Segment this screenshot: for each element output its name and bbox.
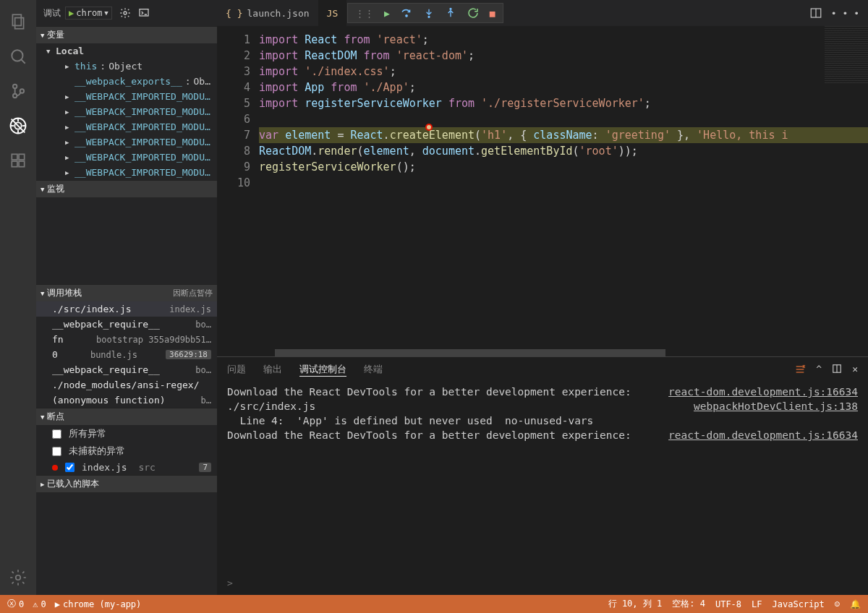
watch-label: 监视 [47, 183, 64, 195]
horizontal-scrollbar[interactable] [217, 349, 868, 356]
debug-icon[interactable] [1, 108, 35, 143]
debug-config-name: chrom [76, 8, 102, 18]
panel-tab-problems[interactable]: 问题 [227, 363, 246, 376]
more-icon[interactable]: • • • [831, 8, 859, 19]
extensions-icon[interactable] [1, 143, 35, 178]
close-panel-icon[interactable]: ✕ [852, 364, 858, 375]
status-debug-target[interactable]: ▶ chrome (my-app) [55, 599, 142, 609]
variables-list: ▼Local ▶this: Object __webpack_exports__… [36, 43, 217, 180]
editor-tabs: { }launch.json JS • • • ⋮⋮ ▶ ■ [217, 0, 868, 26]
var-row[interactable]: ▶this: Object [36, 59, 217, 74]
console-source-link[interactable]: react-dom.development.js:16634 [668, 385, 858, 399]
loaded-scripts-section-header[interactable]: ▶已载入的脚本 [36, 475, 217, 492]
status-warnings[interactable]: ⚠ 0 [33, 599, 46, 609]
scope-local[interactable]: ▼Local [36, 43, 217, 59]
code-lines[interactable]: import React from 'react'; import ReactD… [259, 26, 868, 349]
callstack-section-header[interactable]: ▼调用堆栈因断点暂停 [36, 284, 217, 301]
var-row[interactable]: ▶__WEBPACK_IMPORTED_MODU… [36, 104, 217, 119]
svg-point-25 [428, 16, 430, 17]
bp-checkbox[interactable] [65, 463, 75, 472]
status-language[interactable]: JavaScript [773, 598, 825, 610]
debug-title: 调试 [43, 7, 61, 20]
var-row[interactable]: __webpack_exports__: Ob… [36, 74, 217, 89]
var-row[interactable]: ▶__WEBPACK_IMPORTED_MODU… [36, 165, 217, 180]
console-source-link[interactable]: react-dom.development.js:16634 [668, 428, 858, 442]
notifications-icon[interactable]: 🔔 [850, 598, 861, 610]
breakpoints-section-header[interactable]: ▼断点 [36, 408, 217, 425]
svg-point-2 [12, 50, 22, 61]
callstack-label: 调用堆栈 [47, 287, 82, 299]
svg-point-19 [124, 12, 127, 14]
activity-bar [0, 0, 36, 595]
bp-checkbox[interactable] [52, 429, 61, 439]
stack-frame[interactable]: ./src/index.jsindex.js [36, 301, 217, 317]
var-row[interactable]: ▶__WEBPACK_IMPORTED_MODU… [36, 150, 217, 165]
svg-point-27 [450, 8, 451, 9]
watch-body [36, 197, 217, 284]
step-out-button[interactable] [445, 7, 456, 19]
debug-console-icon[interactable] [138, 7, 150, 19]
step-into-button[interactable] [423, 7, 435, 19]
svg-rect-16 [19, 161, 25, 167]
callstack-list: ./src/index.jsindex.js __webpack_require… [36, 301, 217, 408]
var-row[interactable]: ▶__WEBPACK_IMPORTED_MODU… [36, 89, 217, 104]
editor-region: { }launch.json JS • • • ⋮⋮ ▶ ■ 123456789… [217, 0, 868, 595]
stack-frame[interactable]: (anonymous function)b… [36, 393, 217, 408]
debug-console-input[interactable]: > [217, 578, 868, 595]
svg-point-5 [13, 94, 17, 98]
panel-tab-debugconsole[interactable]: 调试控制台 [299, 363, 346, 377]
line-gutter: 12345678910 [217, 26, 259, 349]
minimap[interactable] [825, 26, 868, 84]
panel-tab-terminal[interactable]: 终端 [364, 363, 383, 376]
status-cursor-position[interactable]: 行 10, 列 1 [608, 598, 663, 610]
feedback-icon[interactable]: ☺ [835, 598, 840, 610]
debug-header: 调试 ▶chrom▼ [36, 0, 217, 26]
bp-checkbox[interactable] [52, 447, 61, 456]
breakpoints-label: 断点 [47, 411, 64, 423]
collapse-icon[interactable]: ^ [816, 364, 822, 375]
debug-config-select[interactable]: ▶chrom▼ [65, 7, 112, 20]
tab-index-js[interactable]: JS [318, 0, 347, 26]
svg-rect-17 [19, 154, 25, 160]
status-indentation[interactable]: 空格: 4 [672, 598, 705, 610]
search-icon[interactable] [1, 39, 35, 74]
split-editor-icon[interactable] [809, 7, 822, 20]
var-row[interactable]: ▶__WEBPACK_IMPORTED_MODU… [36, 119, 217, 134]
tab-launch-json[interactable]: { }launch.json [217, 0, 318, 26]
scope-label: Local [56, 46, 84, 56]
continue-button[interactable]: ▶ [384, 8, 390, 19]
stack-frame[interactable]: __webpack_require__bo… [36, 317, 217, 332]
bottom-panel: 问题 输出 调试控制台 终端 ^ ✕ Download the React De… [217, 356, 868, 595]
console-source-link[interactable]: webpackHotDevClient.js:138 [694, 399, 858, 413]
code-editor[interactable]: 12345678910 import React from 'react'; i… [217, 26, 868, 349]
svg-rect-0 [12, 14, 21, 25]
watch-section-header[interactable]: ▼监视 [36, 180, 217, 197]
current-line-marker-icon [425, 124, 433, 131]
drag-handle-icon[interactable]: ⋮⋮ [355, 8, 374, 19]
status-errors[interactable]: ⓧ 0 [7, 598, 24, 610]
step-over-button[interactable] [400, 7, 413, 20]
clear-console-icon[interactable] [794, 364, 806, 375]
stack-frame[interactable]: ./node_modules/ansi-regex/ [36, 377, 217, 393]
gear-icon[interactable] [119, 7, 131, 19]
stack-frame[interactable]: 0bundle.js36629:18 [36, 347, 217, 362]
maximize-panel-icon[interactable] [832, 364, 842, 375]
debug-console-output[interactable]: Download the React DevTools for a better… [217, 382, 868, 578]
stack-frame[interactable]: __webpack_require__bo… [36, 362, 217, 377]
bp-all-exceptions[interactable]: 所有异常 [36, 425, 217, 442]
settings-gear-icon[interactable] [1, 560, 35, 595]
svg-rect-15 [12, 161, 17, 167]
stop-button[interactable]: ■ [490, 8, 495, 19]
explorer-icon[interactable] [1, 4, 35, 39]
bp-file[interactable]: index.js src7 [36, 460, 217, 475]
stack-frame[interactable]: fnbootstrap 355a9d9bb51… [36, 332, 217, 347]
bp-uncaught-exceptions[interactable]: 未捕获的异常 [36, 442, 217, 460]
restart-button[interactable] [467, 7, 480, 20]
svg-rect-14 [12, 154, 17, 160]
status-encoding[interactable]: UTF-8 [715, 598, 741, 610]
status-eol[interactable]: LF [752, 598, 762, 610]
source-control-icon[interactable] [1, 74, 35, 108]
panel-tab-output[interactable]: 输出 [263, 363, 282, 376]
var-row[interactable]: ▶__WEBPACK_IMPORTED_MODU… [36, 134, 217, 150]
variables-section-header[interactable]: ▼变量 [36, 26, 217, 43]
